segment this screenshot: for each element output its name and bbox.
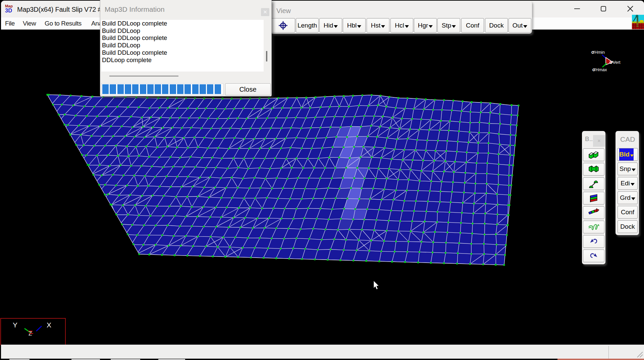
svg-text:Y: Y xyxy=(13,321,17,329)
svg-text:σVert: σVert xyxy=(609,59,621,65)
svg-text:σHmin: σHmin xyxy=(591,49,605,55)
svg-text:X: X xyxy=(47,321,51,329)
svg-text:σHmax: σHmax xyxy=(592,67,607,72)
